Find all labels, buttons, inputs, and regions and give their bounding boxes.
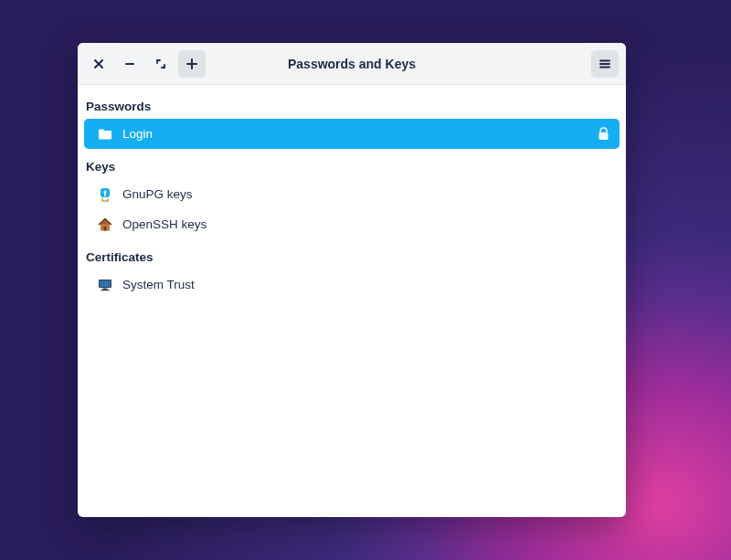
list-item-label: System Trust (122, 278, 610, 291)
monitor-icon (97, 277, 113, 293)
add-button[interactable] (178, 50, 206, 78)
svg-rect-9 (101, 290, 110, 291)
close-button[interactable] (85, 50, 112, 78)
list-item-label: GnuPG keys (122, 187, 610, 201)
svg-rect-5 (104, 227, 107, 231)
desktop-background: Passwords and Keys Passwords Login Keys (0, 0, 731, 560)
gpg-key-icon (97, 186, 113, 203)
plus-icon (185, 58, 198, 70)
section-header-keys: Keys (84, 154, 620, 179)
minimize-button[interactable] (116, 50, 143, 78)
content-area: Passwords Login Keys (78, 85, 626, 517)
app-window: Passwords and Keys Passwords Login Keys (78, 43, 626, 517)
cert-system-trust[interactable]: System Trust (84, 269, 620, 300)
folder-icon (97, 126, 113, 143)
list-item-label: OpenSSH keys (122, 217, 610, 231)
svg-rect-3 (104, 193, 106, 196)
minimize-icon (124, 58, 135, 69)
svg-rect-0 (599, 132, 608, 140)
hamburger-icon (599, 58, 611, 70)
list-item-label: Login (122, 127, 587, 141)
section-header-passwords: Passwords (84, 94, 620, 119)
titlebar: Passwords and Keys (78, 43, 626, 85)
keyring-gnupg[interactable]: GnuPG keys (84, 179, 620, 209)
keyring-openssh[interactable]: OpenSSH keys (84, 209, 620, 239)
close-icon (93, 58, 104, 69)
home-icon (97, 217, 113, 233)
svg-rect-8 (103, 288, 108, 290)
menu-button[interactable] (591, 50, 619, 78)
keyring-login[interactable]: Login (84, 119, 620, 149)
svg-rect-7 (100, 280, 111, 287)
maximize-icon (155, 58, 166, 69)
lock-icon (596, 127, 610, 142)
maximize-button[interactable] (147, 50, 175, 78)
section-header-certificates: Certificates (84, 245, 620, 269)
